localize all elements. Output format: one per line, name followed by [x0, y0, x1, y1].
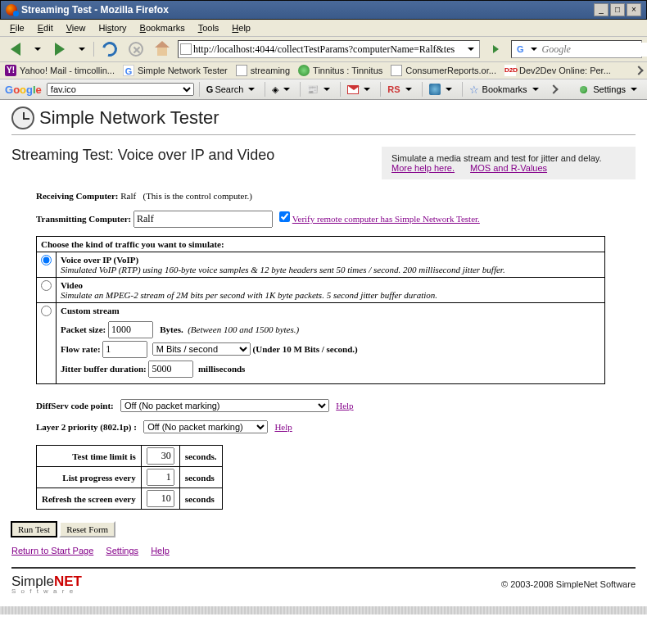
- bookmark-dev2dev[interactable]: D2DDev2Dev Online: Per...: [504, 65, 611, 76]
- search-input[interactable]: [541, 43, 647, 57]
- tx-label: Transmitting Computer:: [36, 214, 131, 224]
- radio-video[interactable]: [41, 280, 52, 291]
- navbar: G: [0, 37, 647, 62]
- footer: SimpleNETS o f t w a r e © 2003-2008 Sim…: [11, 567, 636, 595]
- layer2-help-link[interactable]: Help: [274, 422, 292, 432]
- news-button[interactable]: 📰: [305, 84, 335, 96]
- traffic-table: Choose the kind of traffic you want to s…: [36, 236, 605, 384]
- tools-button[interactable]: [428, 83, 457, 96]
- diffserv-help-link[interactable]: Help: [336, 401, 353, 410]
- d2d-icon: D2D: [504, 65, 516, 76]
- page-title: Streaming Test: Voice over IP and Video: [11, 147, 365, 164]
- menu-bookmarks[interactable]: Bookmarks: [135, 21, 190, 34]
- tools-icon: [429, 84, 441, 95]
- time-limit-input[interactable]: [147, 447, 174, 465]
- yahoo-icon: Y!: [5, 65, 16, 76]
- layer2-select[interactable]: Off (No packet marking): [143, 420, 268, 433]
- menu-file[interactable]: File: [5, 21, 29, 34]
- close-button[interactable]: ×: [627, 3, 641, 16]
- google-toolbar: Google fav.ico GSearch ◈ 📰 RS ☆Bookmarks…: [0, 79, 647, 100]
- status-icon: [580, 86, 587, 93]
- gbar-settings-button[interactable]: Settings: [578, 84, 642, 95]
- menubar: File Edit View History Bookmarks Tools H…: [0, 20, 647, 37]
- menu-tools[interactable]: Tools: [193, 21, 224, 34]
- recv-label: Receiving Computer:: [36, 191, 119, 201]
- menu-edit[interactable]: Edit: [33, 21, 58, 34]
- gbar-chevron-icon[interactable]: [549, 84, 558, 93]
- go-button[interactable]: [485, 39, 506, 59]
- google-icon: G: [517, 44, 524, 54]
- titlebar: Streaming Test - Mozilla Firefox _ □ ×: [0, 0, 647, 20]
- help-link[interactable]: Help: [151, 546, 170, 556]
- bookmarks-button[interactable]: ☆Bookmarks: [468, 83, 544, 97]
- urlbar[interactable]: [178, 40, 480, 58]
- forward-button[interactable]: [49, 39, 70, 59]
- back-button[interactable]: [5, 39, 26, 59]
- bookmark-streaming[interactable]: streaming: [236, 65, 290, 76]
- engine-dropdown-icon[interactable]: [531, 48, 537, 51]
- radio-voip[interactable]: [41, 255, 52, 265]
- back-arrow-icon: [11, 43, 20, 56]
- gmail-icon: [347, 85, 359, 94]
- flow-unit-select[interactable]: M Bits / second: [152, 342, 251, 356]
- stop-button[interactable]: [125, 39, 147, 59]
- gmail-button[interactable]: [346, 84, 375, 95]
- reset-form-button[interactable]: Reset Form: [59, 521, 115, 537]
- page-icon: [391, 65, 402, 76]
- diffserv-select[interactable]: Off (No packet marking): [120, 399, 329, 412]
- rs-button[interactable]: RS: [386, 84, 416, 95]
- traffic-header: Choose the kind of traffic you want to s…: [37, 237, 605, 252]
- window-title: Streaming Test - Mozilla Firefox: [21, 4, 594, 16]
- statusbar: [0, 606, 647, 615]
- maximize-button[interactable]: □: [610, 3, 625, 16]
- tinnitus-icon: [298, 65, 310, 76]
- progress-input[interactable]: [147, 469, 174, 486]
- verify-link[interactable]: Verify remote computer has Simple Networ…: [292, 214, 480, 224]
- back-dropdown-icon[interactable]: [34, 48, 41, 51]
- menu-help[interactable]: Help: [227, 21, 256, 34]
- bookmark-consumer[interactable]: ConsumerReports.or...: [391, 65, 496, 76]
- app-title: Simple Network Tester: [11, 107, 636, 135]
- forward-dropdown-icon[interactable]: [79, 48, 85, 51]
- forward-arrow-icon: [55, 43, 65, 56]
- jitter-input[interactable]: [148, 361, 193, 378]
- reload-button[interactable]: [99, 39, 120, 59]
- bookmark-tinnitus[interactable]: Tinnitus : Tinnitus: [298, 65, 382, 76]
- window-buttons: _ □ ×: [594, 3, 641, 16]
- recv-note: (This is the control computer.): [143, 191, 252, 201]
- packet-size-input[interactable]: [108, 321, 153, 338]
- mos-rvalues-link[interactable]: MOS and R-Values: [470, 163, 547, 173]
- bookmark-yahoo[interactable]: Y!Yahoo! Mail - timcollin...: [5, 65, 115, 76]
- google-search-select[interactable]: fav.ico: [47, 83, 194, 96]
- page-icon: [180, 43, 192, 55]
- url-dropdown-icon[interactable]: [468, 48, 474, 51]
- searchbar[interactable]: G: [511, 40, 642, 58]
- bookmark-snt[interactable]: GSimple Network Tester: [123, 65, 228, 76]
- overflow-chevron-icon[interactable]: [634, 66, 643, 75]
- firefox-icon: [6, 4, 17, 16]
- run-test-button[interactable]: Run Test: [11, 522, 57, 537]
- menu-view[interactable]: View: [61, 21, 91, 34]
- bookmarks-toolbar: Y!Yahoo! Mail - timcollin... GSimple Net…: [0, 62, 647, 79]
- settings-link[interactable]: Settings: [106, 546, 138, 556]
- url-input[interactable]: [192, 43, 464, 57]
- star-icon: ☆: [469, 84, 479, 96]
- verify-checkbox[interactable]: [279, 211, 290, 222]
- copyright: © 2003-2008 SimpleNet Software: [501, 579, 636, 589]
- helpbox: Simulate a media stream and test for jit…: [382, 147, 636, 179]
- home-button[interactable]: [152, 39, 173, 59]
- home-icon: [155, 43, 170, 56]
- google-logo: Google: [5, 84, 42, 96]
- google-search-button[interactable]: GSearch: [205, 84, 260, 95]
- refresh-input[interactable]: [147, 490, 174, 507]
- feed-button[interactable]: ◈: [270, 84, 295, 96]
- tx-input[interactable]: [133, 211, 273, 228]
- radio-custom[interactable]: [41, 306, 52, 316]
- minimize-button[interactable]: _: [594, 3, 609, 16]
- stop-icon: [129, 42, 143, 57]
- menu-history[interactable]: History: [93, 21, 131, 34]
- flow-rate-input[interactable]: [102, 341, 147, 358]
- return-link[interactable]: Return to Start Page: [11, 546, 93, 556]
- timing-table: Test time limit isseconds. List progress…: [36, 445, 223, 510]
- more-help-link[interactable]: More help here.: [391, 163, 455, 173]
